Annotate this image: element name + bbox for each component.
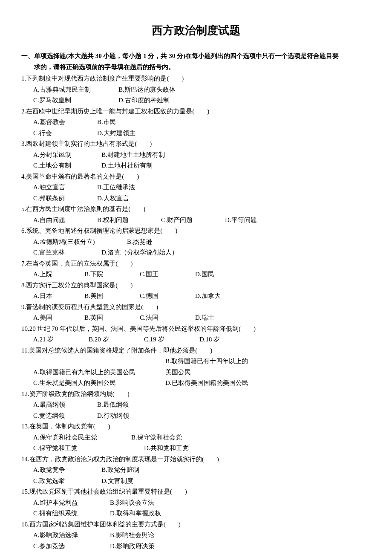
option-c: C.保守党和工党 <box>33 443 144 454</box>
option-b: B.斯巴达的寡头政体 <box>118 84 204 95</box>
option-b: B.英国 <box>84 312 140 324</box>
option-a: A.21 岁 <box>33 334 89 345</box>
question-10: 10.20 世纪 70 年代以后，英国、法国、美国等先后将公民选举权的年龄降低到… <box>21 324 371 345</box>
question-text: 3.西欧封建领主制实行的土地占有形式是( ) <box>21 139 371 150</box>
question-options: A.美国B.英国C.法国D.瑞士 <box>21 312 371 324</box>
question-text: 2.在西欧中世纪早期历史上唯一能与封建王权相匹敌的力量是( ) <box>21 106 371 117</box>
question-text: 5.在西方民主制度中法治原则的基石是( ) <box>21 204 371 215</box>
option-d: D.大封建领主 <box>97 128 182 139</box>
question-options: A.保守党和社会民主党B.保守党和社会党 C.保守党和工党D.共和党和工党 <box>21 432 371 454</box>
option-a: A.维护本党利益 <box>33 497 110 509</box>
option-a: A.取得国籍已有九年以上的美国公民 <box>33 367 165 378</box>
question-options: A.分封采邑制B.封建地主土地所有制 C.土地公有制D.土地村社所有制 <box>21 150 371 171</box>
option-d: D.土地村社所有制 <box>101 160 187 171</box>
question-8: 8.西方实行三权分立的典型国家是( ) A.日本B.美国C.德国D.加拿大 <box>21 280 371 302</box>
question-text: 11.美国对总统候选人的国籍资格规定了附加条件，即他必须是( ) <box>21 345 371 356</box>
option-c: C.拥有组织系统 <box>33 508 110 519</box>
question-options: A.上院B.下院C.国王D.国民 <box>21 269 371 280</box>
option-b: B.美国 <box>84 291 140 302</box>
question-1: 1.下列制度中对现代西方政治制度产生重要影响的是( ) A.古雅典城邦民主制B.… <box>21 73 371 106</box>
question-options: A.独立宣言B.王位继承法 C.邦联条例D.人权宣言 <box>21 182 371 204</box>
option-d: D.人权宣言 <box>97 193 182 204</box>
option-a: A.古雅典城邦民主制 <box>33 84 118 95</box>
option-c: C.法国 <box>140 312 195 324</box>
question-text: 1.下列制度中对现代西方政治制度产生重要影响的是( ) <box>21 73 371 84</box>
option-d: D.18 岁 <box>199 334 263 345</box>
option-a: A.基督教会 <box>33 117 97 128</box>
question-12: 12.资产阶级政党的政治纲领均属( ) A.最高纲领B.最低纲领 C.竞选纲领D… <box>21 389 371 422</box>
question-options: A.维护本党利益B.影响议会立法 C.拥有组织系统D.取得和掌握政权 <box>21 497 371 519</box>
question-options: A.政党竞争B.政党分赃制 C.政党选举D.文官制度 <box>21 465 371 486</box>
question-text: 9.普选制的演变历程具有典型意义的国家是( ) <box>21 302 371 313</box>
option-a: A.孟德斯鸠(三权分立) <box>33 237 127 248</box>
question-15: 15.现代政党区别于其他社会政治组织的最重要特征是( ) A.维护本党利益B.影… <box>21 486 371 519</box>
question-options: A.古雅典城邦民主制B.斯巴达的寡头政体 C.罗马教皇制D.古印度的种姓制 <box>21 84 371 106</box>
question-text: 14.在西方，政党政治沦为权力政治的制度表现是一开始就实行的( ) <box>21 454 371 465</box>
option-a: A.保守党和社会民主党 <box>33 432 131 443</box>
option-c: C.德国 <box>140 291 195 302</box>
question-text: 8.西方实行三权分立的典型国家是( ) <box>21 280 371 291</box>
question-3: 3.西欧封建领主制实行的土地占有形式是( ) A.分封采邑制B.封建地主土地所有… <box>21 139 371 171</box>
option-b: B.最低纲领 <box>97 399 182 410</box>
question-options: A.最高纲领B.最低纲领 C.竞选纲领D.行动纲领 <box>21 399 371 421</box>
question-text: 13.在英国，体制内政党有( ) <box>21 421 371 432</box>
option-c: C.行会 <box>33 128 97 139</box>
question-text: 15.现代政党区别于其他社会政治组织的最重要特征是( ) <box>21 486 371 497</box>
question-2: 2.在西欧中世纪早期历史上唯一能与封建王权相匹敌的力量是( ) A.基督教会B.… <box>21 106 371 139</box>
question-6: 6.系统、完备地阐述分权制衡理论的启蒙思想家是( ) A.孟德斯鸠(三权分立)B… <box>21 225 371 258</box>
option-d: D.文官制度 <box>101 476 187 487</box>
question-5: 5.在西方民主制度中法治原则的基石是( ) A.自由问题B.权利问题C.财产问题… <box>21 204 371 225</box>
option-b: B.王位继承法 <box>97 182 182 193</box>
question-text: 4.美国革命中颁布的最著名的文件是( ) <box>21 171 371 182</box>
option-b: B.影响社会舆论 <box>110 530 195 541</box>
option-b: B.下院 <box>84 269 140 280</box>
option-a: A.影响政治选择 <box>33 530 110 541</box>
option-b: B.市民 <box>97 117 182 128</box>
option-d: D.洛克（分权学说创始人） <box>101 247 187 258</box>
question-13: 13.在英国，体制内政党有( ) A.保守党和社会民主党B.保守党和社会党 C.… <box>21 421 371 454</box>
option-c: C.竞选纲领 <box>33 410 97 422</box>
option-a: A.最高纲领 <box>33 399 97 410</box>
option-b: B.政党分赃制 <box>101 465 187 476</box>
option-a: A.自由问题 <box>33 215 97 226</box>
question-text: 10.20 世纪 70 年代以后，英国、法国、美国等先后将公民选举权的年龄降低到… <box>21 324 371 335</box>
option-c: C.国王 <box>140 269 195 280</box>
option-b: B.封建地主土地所有制 <box>101 150 187 161</box>
option-c: C.生来就是美国人的美国公民 <box>33 378 165 389</box>
option-a: A.独立宣言 <box>33 182 97 193</box>
option-a: A.分封采邑制 <box>33 150 101 161</box>
option-c: C.富兰克林 <box>33 247 101 258</box>
question-options: A.基督教会B.市民 C.行会D.大封建领主 <box>21 117 371 139</box>
question-text: 16.西方国家利益集团维护本团体利益的主要方式是( ) <box>21 519 371 530</box>
option-b: B.杰斐逊 <box>127 237 212 248</box>
option-c: C.19 岁 <box>144 334 199 345</box>
question-9: 9.普选制的演变历程具有典型意义的国家是( ) A.美国B.英国C.法国D.瑞士 <box>21 302 371 324</box>
question-options: A.孟德斯鸠(三权分立)B.杰斐逊 C.富兰克林D.洛克（分权学说创始人） <box>21 237 371 258</box>
question-text: 6.系统、完备地阐述分权制衡理论的启蒙思想家是( ) <box>21 225 371 237</box>
question-4: 4.美国革命中颁布的最著名的文件是( ) A.独立宣言B.王位继承法 C.邦联条… <box>21 171 371 204</box>
option-a: A.日本 <box>33 291 84 302</box>
option-c: C.罗马教皇制 <box>33 95 118 106</box>
option-b: B.取得国籍已有十四年以上的美国公民 <box>165 356 251 378</box>
question-16: 16.西方国家利益集团维护本团体利益的主要方式是( ) A.影响政治选择B.影响… <box>21 519 371 552</box>
option-c: C.参加竞选 <box>33 541 110 552</box>
question-14: 14.在西方，政党政治沦为权力政治的制度表现是一开始就实行的( ) A.政党竞争… <box>21 454 371 487</box>
option-d: D.平等问题 <box>225 215 289 226</box>
option-d: D.影响政府决策 <box>110 541 195 552</box>
question-options: A.日本B.美国C.德国D.加拿大 <box>21 291 371 302</box>
option-a: A.美国 <box>33 312 84 324</box>
option-b: B.影响议会立法 <box>110 497 195 509</box>
question-text: 7.在当今英国，真正的立法权属于( ) <box>21 258 371 269</box>
question-text: 12.资产阶级政党的政治纲领均属( ) <box>21 389 371 400</box>
option-d: D.共和党和工党 <box>144 443 229 454</box>
question-options: A.自由问题B.权利问题C.财产问题D.平等问题 <box>21 215 371 226</box>
section-header-line1: 一、单项选择题(本大题共 30 小题，每小题 1 分，共 30 分)在每小题列出… <box>21 52 339 59</box>
option-d: D.古印度的种姓制 <box>118 95 204 106</box>
option-d: D.加拿大 <box>195 291 259 302</box>
option-d: D.行动纲领 <box>97 410 182 422</box>
option-c: C.邦联条例 <box>33 193 97 204</box>
option-d: D.瑞士 <box>195 312 259 324</box>
option-a: A.政党竞争 <box>33 465 101 476</box>
option-b: B.保守党和社会党 <box>131 432 216 443</box>
option-c: C.财产问题 <box>161 215 225 226</box>
